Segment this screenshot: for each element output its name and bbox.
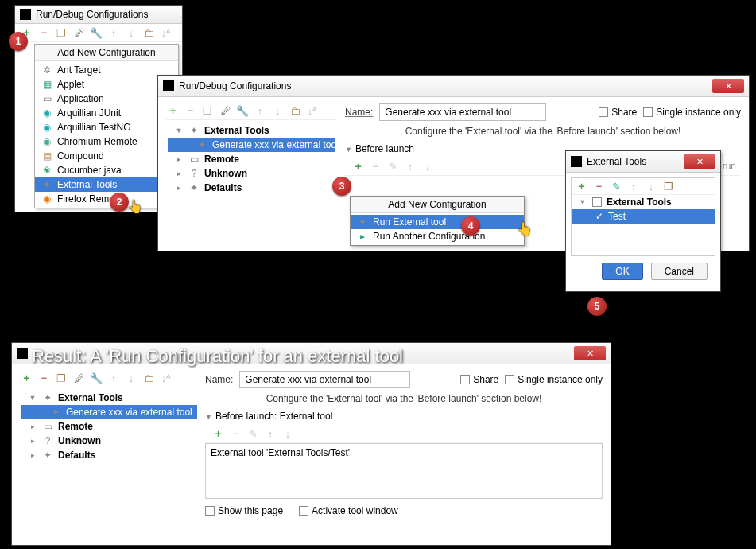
tree-item[interactable]: ▼✦External Tools <box>168 123 335 138</box>
before-launch-section-result[interactable]: ▼Before launch: External tool <box>205 407 603 425</box>
submenu-item[interactable]: ▸Run Another Configuration <box>351 229 524 243</box>
type-icon: ▭ <box>41 93 52 104</box>
tree-icon: ✦ <box>42 392 53 403</box>
share-checkbox[interactable]: Share <box>599 107 637 118</box>
config-type-item[interactable]: ◉Arquillian JUnit <box>35 106 178 120</box>
config-type-item[interactable]: ▦Applet <box>35 77 178 92</box>
copy-icon[interactable]: ❐ <box>55 26 68 39</box>
tree-item[interactable]: ▼✦External Tools <box>21 391 197 405</box>
tree-item[interactable]: ▸?Unknown <box>21 434 197 448</box>
tree-icon: ✦ <box>188 182 200 193</box>
expand-icon[interactable]: ▼ <box>578 198 587 206</box>
close-button[interactable] <box>574 346 606 360</box>
type-label: Applet <box>57 79 84 90</box>
config-type-item[interactable]: ✲Ant Target <box>35 63 178 77</box>
tree-item[interactable]: ▸✦Defaults <box>168 181 335 195</box>
sort-icon[interactable]: ↓ᴬ <box>160 372 173 384</box>
toggle-icon[interactable]: ▸ <box>28 437 37 445</box>
folder-icon[interactable]: 🗀 <box>289 104 301 117</box>
before-launch-tasks[interactable]: External tool 'External Tools/Test' <box>205 443 603 499</box>
config-type-item[interactable]: ◉Chromium Remote <box>35 134 178 149</box>
cancel-button[interactable]: Cancel <box>651 263 708 280</box>
ext-copy-icon[interactable]: ❐ <box>662 180 675 193</box>
config-type-item[interactable]: ◉Arquillian TestNG <box>35 120 178 134</box>
bl-add-icon[interactable]: ＋ <box>351 160 364 173</box>
down-icon[interactable]: ↓ <box>125 26 138 39</box>
toggle-icon[interactable]: ▸ <box>28 451 37 459</box>
single-instance-checkbox[interactable]: Single instance only <box>505 374 603 385</box>
intellij-icon <box>571 156 582 167</box>
copy-icon[interactable]: ❐ <box>55 372 68 384</box>
add-icon[interactable]: ＋ <box>20 372 33 384</box>
up-icon[interactable]: ↑ <box>107 372 120 384</box>
config-type-item[interactable]: ▭Application <box>35 92 178 106</box>
sort-icon[interactable]: ↓ᴬ <box>306 104 319 117</box>
toggle-icon[interactable]: ▼ <box>28 394 37 402</box>
share-checkbox[interactable]: Share <box>460 374 498 385</box>
tree-item[interactable]: ▸▭Remote <box>21 419 197 434</box>
folder-icon[interactable]: 🗀 <box>142 26 155 39</box>
sort-icon[interactable]: ↓ᴬ <box>160 26 173 39</box>
ok-button[interactable]: OK <box>602 263 642 280</box>
close-button[interactable] <box>712 79 744 93</box>
toggle-icon[interactable]: ▼ <box>174 127 184 134</box>
down-icon[interactable]: ↓ <box>125 372 138 384</box>
single-instance-checkbox[interactable]: Single instance only <box>643 107 741 118</box>
folder-icon[interactable]: 🗀 <box>142 372 155 384</box>
submenu-item[interactable]: ✦Run External tool <box>351 215 524 229</box>
config-toolbar-1: ＋ － ❐ 🖉 🔧 ↑ ↓ 🗀 ↓ᴬ <box>15 24 182 42</box>
ext-down-icon[interactable]: ↓ <box>645 180 657 193</box>
ext-tree-child[interactable]: ✓ Test <box>572 209 715 224</box>
ext-tree-root[interactable]: ▼ External Tools <box>572 195 715 209</box>
tree-item[interactable]: ▸✦Defaults <box>21 448 197 462</box>
wrench-icon[interactable]: 🔧 <box>90 372 103 384</box>
type-icon: ◉ <box>41 107 52 119</box>
task-entry[interactable]: External tool 'External Tools/Test' <box>211 447 350 458</box>
tree-item[interactable]: ▸▭Remote <box>168 152 335 166</box>
remove-icon[interactable]: － <box>37 372 50 384</box>
config-type-item[interactable]: ✦External Tools <box>35 177 178 192</box>
toggle-icon[interactable]: ▸ <box>174 155 184 163</box>
close-button[interactable] <box>684 154 715 169</box>
tree-icon: ▭ <box>188 154 200 165</box>
submenu-icon: ▸ <box>357 231 368 242</box>
config-type-item[interactable]: ▤Compound <box>35 149 178 163</box>
name-input[interactable] <box>379 103 546 121</box>
toggle-icon[interactable]: ▸ <box>174 184 184 192</box>
save-icon[interactable]: 🖉 <box>72 372 85 384</box>
intellij-icon <box>17 348 28 359</box>
dialog-title: Run/Debug Configurations <box>36 9 148 20</box>
name-label: Name: <box>205 374 233 385</box>
tree-item[interactable]: ▸?Unknown <box>168 166 335 181</box>
tree-icon: ✦ <box>42 450 53 461</box>
copy-icon[interactable]: ❐ <box>201 104 214 117</box>
add-icon[interactable]: ＋ <box>166 104 179 117</box>
ext-add-icon[interactable]: ＋ <box>575 180 587 193</box>
tree-item-child[interactable]: ✦Generate xxx via external tool <box>21 405 197 419</box>
tree-icon: ✦ <box>50 407 61 418</box>
name-input-result[interactable] <box>239 371 410 388</box>
ext-edit-icon[interactable]: ✎ <box>610 180 622 193</box>
wrench-icon[interactable]: 🔧 <box>90 26 103 39</box>
remove-icon[interactable]: － <box>37 26 50 39</box>
type-label: Chromium Remote <box>57 136 138 147</box>
remove-icon[interactable]: － <box>184 104 196 117</box>
toggle-icon[interactable]: ▸ <box>28 422 37 430</box>
save-icon[interactable]: 🖉 <box>72 26 85 39</box>
config-type-item[interactable]: ❀Cucumber java <box>35 163 178 177</box>
type-icon: ✦ <box>41 179 52 190</box>
bl-add-icon[interactable]: ＋ <box>211 427 224 440</box>
ext-remove-icon[interactable]: － <box>592 180 605 193</box>
ext-up-icon[interactable]: ↑ <box>627 180 640 193</box>
tree-item-child[interactable]: ✦Generate xxx via external tool <box>168 138 335 152</box>
wrench-icon[interactable]: 🔧 <box>236 104 249 117</box>
up-icon[interactable]: ↑ <box>254 104 266 117</box>
save-icon[interactable]: 🖉 <box>219 104 231 117</box>
config-type-item[interactable]: ◉Firefox Remote <box>35 192 178 206</box>
tree-label: External Tools <box>204 125 269 136</box>
activate-checkbox[interactable]: Activate tool window <box>299 505 398 516</box>
show-page-checkbox[interactable]: Show this page <box>205 505 283 516</box>
toggle-icon[interactable]: ▸ <box>174 169 184 177</box>
up-icon[interactable]: ↑ <box>107 26 120 39</box>
down-icon[interactable]: ↓ <box>271 104 284 117</box>
